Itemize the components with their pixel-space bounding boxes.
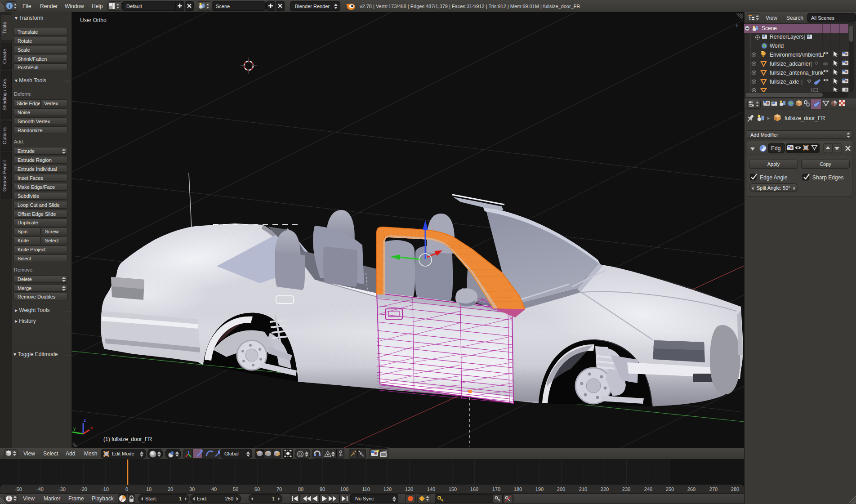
svg-text:140: 140 [427,486,435,492]
svg-text:40: 40 [211,486,217,492]
svg-text:260: 260 [687,486,696,492]
svg-text:Scene: Scene [762,25,777,31]
svg-text:(1) fullsize_door_FR: (1) fullsize_door_FR [103,436,152,442]
svg-text:EnvironmentAmbientLi: EnvironmentAmbientLi [770,52,824,58]
svg-text:-20: -20 [80,486,87,492]
svg-text:User Ortho: User Ortho [80,17,107,23]
svg-text:220: 220 [601,486,609,492]
svg-text:Sharp Edges: Sharp Edges [812,174,843,181]
svg-text:160: 160 [470,486,478,492]
svg-text:100: 100 [340,486,348,492]
svg-text:+: + [735,22,739,29]
svg-text:190: 190 [535,486,544,492]
svg-text:60: 60 [254,486,260,492]
svg-text:110: 110 [362,486,370,492]
svg-text:|: | [801,79,802,85]
svg-text:|: | [804,34,805,40]
svg-text:170: 170 [492,486,500,492]
svg-text:-30: -30 [58,486,66,492]
svg-text:50: 50 [233,486,238,492]
svg-text:i: i [9,3,10,9]
svg-text:fullsize_axle: fullsize_axle [770,79,799,85]
svg-text:x: x [90,425,93,430]
svg-text:fullsize_antenna_trunk: fullsize_antenna_trunk [770,70,824,76]
svg-text:150: 150 [449,486,457,492]
svg-text:200: 200 [557,486,565,492]
svg-text:-10: -10 [102,486,109,492]
svg-text:0: 0 [125,486,128,492]
svg-text:z: z [84,417,86,423]
svg-text:270: 270 [709,486,718,492]
svg-text:y: y [73,426,76,431]
svg-text:230: 230 [622,486,630,492]
svg-text:-40: -40 [36,486,44,492]
svg-text:250: 250 [666,486,674,492]
svg-text:130: 130 [405,486,413,492]
svg-text:90: 90 [320,486,325,492]
svg-text:180: 180 [514,486,522,492]
svg-text:20: 20 [168,486,173,492]
svg-text:-50: -50 [15,486,22,492]
svg-text:80: 80 [298,486,303,492]
svg-text:70: 70 [276,486,282,492]
svg-text:|: | [811,61,812,67]
svg-text:World: World [770,43,784,49]
svg-text:30: 30 [189,486,195,492]
svg-text:240: 240 [644,486,652,492]
svg-text:120: 120 [383,486,392,492]
svg-text:RenderLayers: RenderLayers [770,34,803,40]
svg-text:Edg: Edg [771,145,780,152]
svg-text:Edge Angle: Edge Angle [760,174,788,181]
svg-text:fullsize_adcarrier: fullsize_adcarrier [770,61,811,67]
svg-text:280: 280 [731,486,739,492]
svg-text:fullsize_door_FR: fullsize_door_FR [785,115,825,121]
svg-text:10: 10 [146,486,152,492]
svg-text:210: 210 [579,486,587,492]
